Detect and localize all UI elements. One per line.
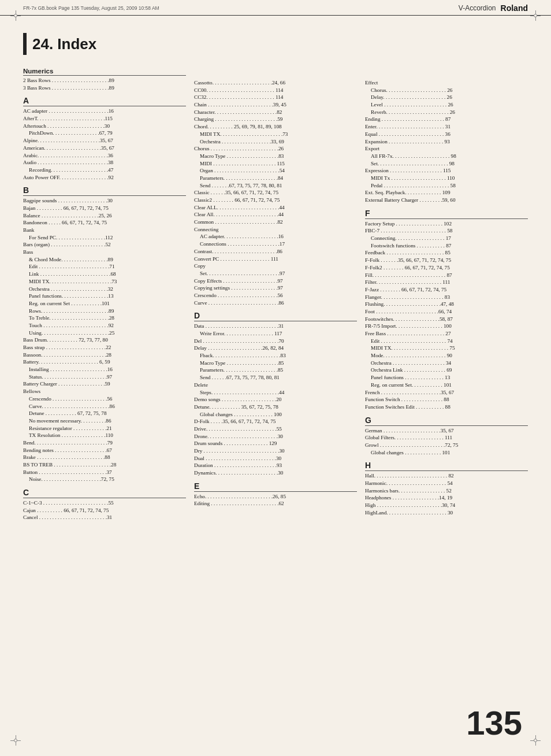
entry: Cancel . . . . . . . . . . . . . . . . .… bbox=[23, 514, 186, 521]
entry: Ext. Seq. Playback. . . . . . . . . . . … bbox=[365, 189, 528, 197]
entry: 3 Bass Rows . . . . . . . . . . . . . . … bbox=[23, 84, 186, 92]
entry: Cassotto. . . . . . . . . . . . . . . . … bbox=[194, 79, 357, 87]
entry: All FR-7x. . . . . . . . . . . . . . . .… bbox=[365, 153, 528, 160]
corner-mark-tr bbox=[530, 10, 541, 21]
entry: Global changes . . . . . . . . . . . . .… bbox=[365, 449, 528, 457]
entry: French . . . . . . . . . . . . . . . . .… bbox=[365, 389, 528, 396]
entry: CC32. . . . . . . . . . . . . . . . . . … bbox=[194, 94, 357, 101]
entry: Del . . . . . . . . . . . . . . . . . . … bbox=[194, 338, 357, 345]
section-e: E Echo. . . . . . . . . . . . . . . . . … bbox=[194, 481, 357, 507]
entry: Foot . . . . . . . . . . . . . . . . . .… bbox=[365, 308, 528, 316]
entry: Reg. on current Set. . . . . . . . . . .… bbox=[365, 381, 528, 389]
entry: F-Jazz . . . . . . . . 66, 67, 71, 72, 7… bbox=[365, 286, 528, 294]
entry: External Battery Charger . . . . . . . .… bbox=[365, 197, 528, 204]
section-d: D Data . . . . . . . . . . . . . . . . .… bbox=[194, 311, 357, 476]
entry: D-Folk . . . . .35, 66, 67, 71, 72, 74, … bbox=[194, 418, 357, 425]
entry: Classic . . . . . .35, 66, 67, 71, 72, 7… bbox=[194, 189, 357, 197]
entry: Status. . . . . . . . . . . . . . . . . … bbox=[23, 373, 186, 381]
section-letter-c: C bbox=[23, 488, 186, 498]
entry: Drum sounds . . . . . . . . . . . . . . … bbox=[194, 440, 357, 447]
entry: Chain . . . . . . . . . . . . . . . . . … bbox=[194, 101, 357, 109]
entry: Effect bbox=[365, 79, 528, 87]
entry: Pedal . . . . . . . . . . . . . . . . . … bbox=[365, 182, 528, 190]
entry: To Treble. . . . . . . . . . . . . . . .… bbox=[23, 314, 186, 322]
chapter-heading: 24. Index bbox=[23, 33, 528, 55]
entry: F-Folk . . . . . . .35, 66, 67, 71, 72, … bbox=[365, 257, 528, 264]
entry: Set. . . . . . . . . . . . . . . . . . .… bbox=[365, 160, 528, 168]
entry: Delete bbox=[194, 381, 357, 389]
section-c-cont: C Cassotto. . . . . . . . . . . . . . . … bbox=[194, 68, 357, 306]
entry: Charging . . . . . . . . . . . . . . . .… bbox=[194, 116, 357, 123]
entry: Character. . . . . . . . . . . . . . . .… bbox=[194, 109, 357, 116]
corner-mark-bl bbox=[10, 735, 21, 746]
entry: Bagpipe sounds . . . . . . . . . . . . .… bbox=[23, 197, 186, 205]
entry: Noise. . . . . . . . . . . . . . . . . .… bbox=[23, 476, 186, 483]
section-numerics: Numerics 2 Bass Rows . . . . . . . . . .… bbox=[23, 68, 186, 91]
entry: Arabic. . . . . . . . . . . . . . . . . … bbox=[23, 152, 186, 160]
entry: High . . . . . . . . . . . . . . . . . .… bbox=[365, 502, 528, 509]
section-letter-g: G bbox=[365, 416, 528, 426]
entry: Ending . . . . . . . . . . . . . . . . .… bbox=[365, 116, 528, 123]
entry: Contrast. . . . . . . . . . . . . . . . … bbox=[194, 248, 357, 255]
entry: Dry . . . . . . . . . . . . . . . . . . … bbox=[194, 447, 357, 455]
entry: Detune . . . . . . . . . . . . 67, 72, 7… bbox=[23, 410, 186, 417]
section-letter-a: A bbox=[23, 96, 186, 106]
entry: Resistance regulator . . . . . . . . . .… bbox=[23, 425, 186, 432]
entry: MIDI Tx . . . . . . . . . . . . . . . . … bbox=[365, 175, 528, 182]
entry: Headphones . . . . . . . . . . . . . . .… bbox=[365, 494, 528, 502]
entry: Crescendo . . . . . . . . . . . . . . . … bbox=[194, 292, 357, 299]
entry: No movement necessary. . . . . . . . . .… bbox=[23, 417, 186, 425]
entry: Level . . . . . . . . . . . . . . . . . … bbox=[365, 101, 528, 109]
entry: AC adapter . . . . . . . . . . . . . . .… bbox=[23, 108, 186, 115]
entry: Battery Charger . . . . . . . . . . . . … bbox=[23, 380, 186, 388]
index-columns: Numerics 2 Bass Rows . . . . . . . . . .… bbox=[23, 68, 528, 526]
entry: Parameters. . . . . . . . . . . . . . . … bbox=[194, 175, 357, 182]
entry: Demo songs . . . . . . . . . . . . . . .… bbox=[194, 396, 357, 403]
entry: F-Folk2 . . . . . . . . 66, 67, 71, 72, … bbox=[365, 264, 528, 272]
entry: Edit . . . . . . . . . . . . . . . . . .… bbox=[365, 338, 528, 345]
entry: Bassoon. . . . . . . . . . . . . . . . .… bbox=[23, 351, 186, 359]
entry: Copy Effects . . . . . . . . . . . . . .… bbox=[194, 277, 357, 285]
entry: Global Filters. . . . . . . . . . . . . … bbox=[365, 434, 528, 442]
entry: Bending notes . . . . . . . . . . . . . … bbox=[23, 447, 186, 454]
entry: Chord. . . . . . . . . . 25, 69, 79, 81,… bbox=[194, 123, 357, 131]
entry: Growl . . . . . . . . . . . . . . . . . … bbox=[365, 442, 528, 449]
entry: Dual . . . . . . . . . . . . . . . . . .… bbox=[194, 455, 357, 462]
entry: Aftertouch . . . . . . . . . . . . . . .… bbox=[23, 123, 186, 130]
entry: Connections . . . . . . . . . . . . . . … bbox=[194, 240, 357, 248]
entry: Fill. . . . . . . . . . . . . . . . . . … bbox=[365, 272, 528, 279]
main-content: 24. Index Numerics 2 Bass Rows . . . . .… bbox=[0, 16, 551, 549]
entry: Copy bbox=[194, 262, 357, 270]
entry: FR-7/5 Import. . . . . . . . . . . . . .… bbox=[365, 323, 528, 330]
entry: Delay. . . . . . . . . . . . . . . . . .… bbox=[365, 94, 528, 101]
entry: Hall. . . . . . . . . . . . . . . . . . … bbox=[365, 472, 528, 480]
section-b: B Bagpipe sounds . . . . . . . . . . . .… bbox=[23, 186, 186, 483]
entry: Expression . . . . . . . . . . . . . . .… bbox=[365, 167, 528, 175]
entry: CC00. . . . . . . . . . . . . . . . . . … bbox=[194, 87, 357, 94]
entry: Bank bbox=[23, 227, 186, 234]
section-letter-e: E bbox=[194, 481, 357, 492]
entry: Filter. . . . . . . . . . . . . . . . . … bbox=[365, 279, 528, 286]
entry: Bajan . . . . . . . . . . 66, 67, 71, 72… bbox=[23, 205, 186, 212]
entry: AC adapter. . . . . . . . . . . . . . . … bbox=[194, 233, 357, 240]
corner-mark-br bbox=[530, 735, 541, 746]
chapter-bar bbox=[23, 33, 27, 55]
section-g: G German . . . . . . . . . . . . . . . .… bbox=[365, 416, 528, 457]
section-letter-h: H bbox=[365, 461, 528, 471]
index-col-1: Numerics 2 Bass Rows . . . . . . . . . .… bbox=[23, 68, 194, 526]
entry: Bend. . . . . . . . . . . . . . . . . . … bbox=[23, 439, 186, 447]
entry: Installing . . . . . . . . . . . . . . .… bbox=[23, 366, 186, 373]
entry: Drone. . . . . . . . . . . . . . . . . .… bbox=[194, 433, 357, 440]
chapter-title: 24. Index bbox=[32, 35, 96, 53]
entry: Set. . . . . . . . . . . . . . . . . . .… bbox=[194, 270, 357, 277]
entry: Button . . . . . . . . . . . . . . . . .… bbox=[23, 469, 186, 476]
entry: Reverb. . . . . . . . . . . . . . . . . … bbox=[365, 109, 528, 116]
entry: TX Resolution . . . . . . . . . . . . . … bbox=[23, 432, 186, 439]
entry: Connecting bbox=[194, 226, 357, 234]
entry: German . . . . . . . . . . . . . . . . .… bbox=[365, 427, 528, 435]
index-col-2: C Cassotto. . . . . . . . . . . . . . . … bbox=[194, 68, 365, 526]
page-number: 135 bbox=[466, 706, 522, 740]
entry: Edit . . . . . . . . . . . . . . . . . .… bbox=[23, 263, 186, 270]
entry: Duration . . . . . . . . . . . . . . . .… bbox=[194, 462, 357, 469]
entry: American. . . . . . . . . . . . . . . . … bbox=[23, 144, 186, 152]
